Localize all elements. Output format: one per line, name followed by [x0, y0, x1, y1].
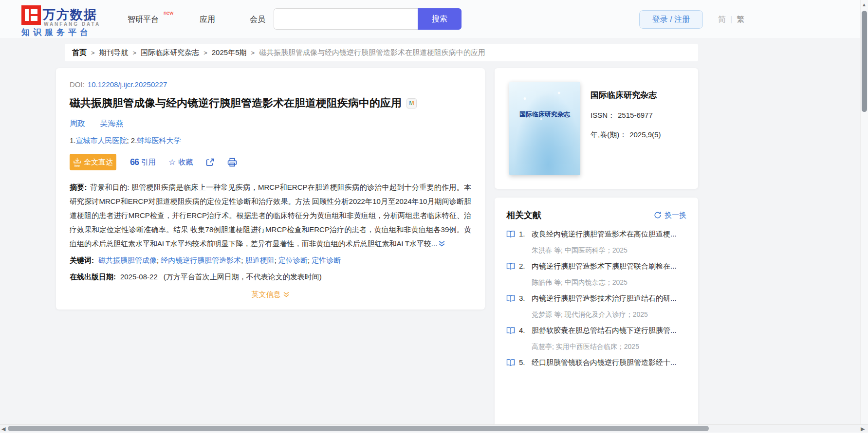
- vertical-scrollbar-thumb[interactable]: [862, 11, 867, 112]
- brand-name-cn[interactable]: 万方数据: [43, 6, 97, 23]
- breadcrumb-separator: >: [251, 49, 255, 56]
- keyword-link[interactable]: 经内镜逆行胰胆管造影术: [161, 256, 241, 264]
- collect-button[interactable]: ☆ 收藏: [168, 158, 193, 167]
- breadcrumb-current: 磁共振胰胆管成像与经内镜逆行胰胆管造影术在胆道梗阻疾病中的应用: [259, 48, 485, 57]
- keyword-link[interactable]: 磁共振胰胆管成像: [98, 256, 157, 264]
- volume-label: 年,卷(期)：: [591, 130, 627, 139]
- m-badge-icon[interactable]: M: [406, 98, 417, 109]
- search-button[interactable]: 搜索: [418, 8, 462, 30]
- abstract-text: 背景和目的: 胆管梗阻疾病是临床上一种常见疾病，MRCP和ERCP在胆道梗阻疾病…: [70, 183, 471, 248]
- english-info-toggle[interactable]: 英文信息: [70, 290, 471, 299]
- related-article-meta: 朱洪春 等; 中国医药科学；2025: [532, 245, 686, 255]
- online-date-note: (万方平台首次上网日期，不代表论文的发表时间): [164, 273, 322, 281]
- related-article-title[interactable]: 内镜逆行胰胆管造影术下胰胆管联合刷检在...: [532, 261, 686, 271]
- chevron-down-icon: [283, 291, 290, 299]
- related-article[interactable]: 4. 胆舒软胶囊在胆总管结石内镜下逆行胆胰管... 高慧亭; 实用中西医结合临床…: [506, 326, 686, 351]
- wanfang-logo-icon[interactable]: [21, 5, 41, 25]
- online-date-value: 2025-08-22: [120, 273, 158, 281]
- site-header: 万方数据 WANFANG DATA 知识服务平台 智研平台 new 应用 会员 …: [0, 0, 868, 38]
- expand-abstract-chevron-icon[interactable]: [438, 237, 445, 252]
- fulltext-button[interactable]: free 全文直达: [70, 154, 116, 170]
- language-toggle: 简|繁: [718, 15, 744, 25]
- related-article[interactable]: 2. 内镜逆行胰胆管造影术下胰胆管联合刷检在... 陈皓伟 等; 中国内镜杂志；…: [506, 261, 686, 287]
- affiliation-separator: ;: [127, 136, 131, 145]
- star-icon: ☆: [168, 158, 176, 166]
- journal-name[interactable]: 国际临床研究杂志: [591, 90, 661, 101]
- share-icon: [205, 158, 215, 167]
- related-article[interactable]: 1. 改良经内镜逆行胰胆管造影术在高位胆道梗... 朱洪春 等; 中国医药科学；…: [506, 229, 686, 255]
- print-button[interactable]: [227, 158, 237, 167]
- refresh-label: 换一换: [665, 211, 686, 220]
- breadcrumb-separator: >: [203, 49, 207, 56]
- related-article-meta: 党梦源 等; 现代消化及介入诊疗；2025: [532, 310, 686, 319]
- abstract: 摘要:背景和目的: 胆管梗阻疾病是临床上一种常见疾病，MRCP和ERCP在胆道梗…: [70, 180, 471, 252]
- fulltext-label: 全文直达: [84, 158, 113, 167]
- related-article-title[interactable]: 改良经内镜逆行胰胆管造影术在高位胆道梗...: [532, 229, 686, 239]
- breadcrumb-issue[interactable]: 2025年5期: [212, 48, 247, 57]
- doi-row: DOI:10.12208/j.ijcr.20250227: [70, 80, 471, 89]
- nav-apps[interactable]: 应用: [200, 15, 215, 25]
- brand-tagline: 知识服务平台: [21, 27, 92, 38]
- lang-divider: |: [730, 15, 732, 23]
- scroll-right-arrow-icon[interactable]: ▶: [861, 426, 865, 432]
- lang-simplified[interactable]: 简: [718, 15, 726, 23]
- affiliation-link[interactable]: 宣城市人民医院: [76, 136, 127, 145]
- related-articles-card: 相关文献 换一换 1. 改良经内镜逆行胰胆管造影术在高位胆道梗... 朱洪春 等…: [495, 198, 698, 437]
- scroll-up-arrow-icon[interactable]: ▲: [862, 2, 867, 7]
- related-list: 1. 改良经内镜逆行胰胆管造影术在高位胆道梗... 朱洪春 等; 中国医药科学；…: [506, 229, 686, 367]
- book-icon: [506, 230, 515, 238]
- nav-member[interactable]: 会员: [250, 15, 265, 25]
- related-article[interactable]: 5. 经口胆胰管镜联合内镜逆行胰胆管造影经十...: [506, 358, 686, 367]
- article-title-row: 磁共振胰胆管成像与经内镜逆行胰胆管造影术在胆道梗阻疾病中的应用M: [70, 96, 471, 110]
- author-link[interactable]: 吴海燕: [100, 119, 123, 127]
- journal-cover[interactable]: 国际临床研究杂志: [509, 82, 580, 175]
- abstract-label: 摘要:: [70, 183, 87, 191]
- issn-value: 2515-6977: [618, 111, 653, 119]
- action-row: free 全文直达 66 引用 ☆ 收藏: [70, 154, 471, 170]
- doi-link[interactable]: 10.12208/j.ijcr.20250227: [88, 80, 167, 89]
- share-button[interactable]: [205, 158, 215, 167]
- refresh-related-button[interactable]: 换一换: [654, 211, 686, 220]
- book-icon: [506, 359, 515, 366]
- article-title: 磁共振胰胆管成像与经内镜逆行胰胆管造影术在胆道梗阻疾病中的应用: [70, 97, 402, 109]
- online-date-row: 在线出版日期:2025-08-22(万方平台首次上网日期，不代表论文的发表时间): [70, 273, 471, 282]
- related-article[interactable]: 3. 内镜逆行胰胆管造影技术治疗胆道结石的研... 党梦源 等; 现代消化及介入…: [506, 293, 686, 319]
- online-date-label: 在线出版日期:: [70, 273, 116, 281]
- lang-traditional[interactable]: 繁: [737, 15, 744, 23]
- affiliation-link[interactable]: 蚌埠医科大学: [137, 136, 181, 145]
- journal-issn-row: ISSN：2515-6977: [591, 111, 661, 120]
- journal-cover-title: 国际临床研究杂志: [509, 110, 580, 119]
- related-title: 相关文献: [506, 209, 541, 221]
- login-register-button[interactable]: 登录 / 注册: [639, 10, 703, 29]
- scroll-left-arrow-icon[interactable]: ◀: [1, 426, 5, 432]
- breadcrumb-journal-nav[interactable]: 期刊导航: [99, 48, 129, 57]
- cite-label: 引用: [141, 158, 156, 167]
- affiliations-row: 1.宣城市人民医院; 2.蚌埠医科大学: [70, 136, 471, 146]
- volume-value: 2025,9(5): [629, 130, 661, 139]
- journal-volume-row: 年,卷(期)：2025,9(5): [591, 130, 661, 140]
- english-info-label[interactable]: 英文信息: [252, 290, 281, 298]
- quote-icon: 66: [130, 157, 139, 167]
- related-article-title[interactable]: 经口胆胰管镜联合内镜逆行胰胆管造影经十...: [532, 358, 686, 367]
- keyword-link[interactable]: 胆道梗阻: [245, 256, 275, 264]
- doi-label: DOI:: [70, 80, 85, 89]
- cite-button[interactable]: 66 引用: [130, 157, 156, 167]
- book-icon: [506, 294, 515, 302]
- horizontal-scrollbar-thumb[interactable]: [8, 426, 709, 431]
- related-article-title[interactable]: 胆舒软胶囊在胆总管结石内镜下逆行胆胰管...: [532, 326, 686, 335]
- related-article-title[interactable]: 内镜逆行胰胆管造影技术治疗胆道结石的研...: [532, 293, 686, 303]
- bottom-strip: [0, 433, 868, 437]
- keyword-link[interactable]: 定性诊断: [312, 256, 341, 264]
- new-badge: new: [164, 10, 173, 16]
- issn-label: ISSN：: [591, 111, 615, 119]
- breadcrumb-home[interactable]: 首页: [72, 48, 87, 57]
- related-article-meta: 陈皓伟 等; 中国内镜杂志；2025: [532, 277, 686, 287]
- collect-label: 收藏: [178, 158, 193, 167]
- keyword-link[interactable]: 定位诊断: [278, 256, 308, 264]
- search-input[interactable]: [274, 8, 418, 30]
- breadcrumb-journal[interactable]: 国际临床研究杂志: [141, 48, 199, 57]
- svg-text:free: free: [74, 164, 80, 167]
- author-link[interactable]: 周政: [70, 119, 85, 127]
- nav-zhiyan-platform[interactable]: 智研平台: [128, 15, 159, 25]
- authors-row: 周政 吴海燕: [70, 119, 471, 129]
